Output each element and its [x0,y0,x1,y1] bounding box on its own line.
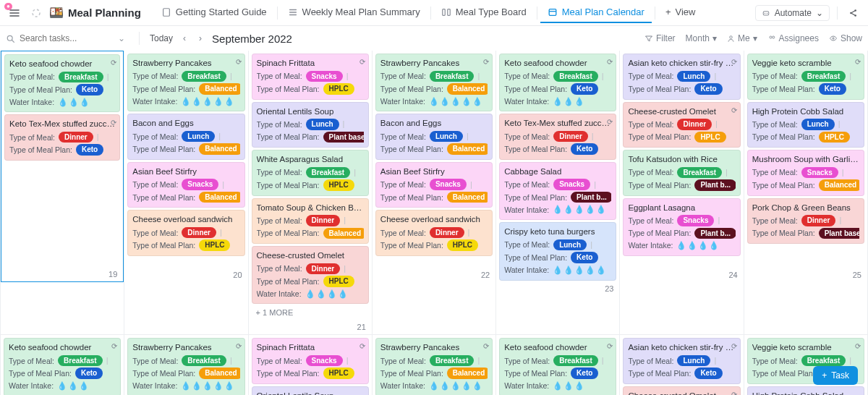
calendar-day-column[interactable]: ⟳Veggie keto scrambleType of Meal:Breakf… [744,335,868,395]
calendar-day-column[interactable]: ⟳Keto seafood chowderType of Meal:Breakf… [496,335,620,395]
meal-card[interactable]: Bacon and EggsType of Meal:Lunch|Type of… [375,114,493,160]
title-emoji-icon: 🍱 [49,6,64,20]
meal-card[interactable]: Asian Beef StirfryType of Meal:Snacks|Ty… [375,162,493,208]
label-type-of-meal-plan: Type of Meal Plan: [380,144,443,154]
meal-card[interactable]: Tofu Katsudon with RiceType of Meal:Brea… [623,150,740,196]
meal-card[interactable]: Mushroom Soup with Garlic Bre...Type of … [747,150,864,196]
day-number: 22 [375,269,493,279]
assignees-filter[interactable]: Assignees [767,33,819,43]
calendar-day-column[interactable]: ⟳Asian keto chicken stir-fry with b...Ty… [620,335,744,395]
view-meal-type-board[interactable]: Meal Type Board [434,2,534,23]
meal-card[interactable]: Bacon and EggsType of Meal:Lunch|Type of… [127,114,244,160]
search-input[interactable] [20,33,114,43]
plan-pill: Balanced [199,192,239,203]
meal-card[interactable]: ⟳Spinach FrittataType of Meal:Snacks|Typ… [252,338,369,384]
label-type-of-meal: Type of Meal: [257,71,302,81]
plan-pill: Keto [571,143,598,155]
label-type-of-meal-plan: Type of Meal Plan: [628,368,691,378]
meal-card[interactable]: ⟳Keto seafood chowderType of Meal:Breakf… [499,338,616,395]
meal-card[interactable]: ⟳Strawberry PancakesType of Meal:Breakfa… [127,54,244,111]
meal-pill: Breakfast [58,355,103,367]
card-title: Strawberry Pancakes [380,342,488,354]
meal-card[interactable]: ⟳Spinach FrittataType of Meal:Snacks|Typ… [252,54,369,100]
prev-button[interactable]: ‹ [180,32,189,45]
chevron-down-icon[interactable]: ⌄ [118,33,125,43]
meal-card[interactable]: ⟳Strawberry PancakesType of Meal:Breakfa… [375,54,493,111]
calendar-day-column[interactable]: ⟳Strawberry PancakesType of Meal:Breakfa… [124,335,248,395]
calendar-day-column[interactable]: ⟳Asian keto chicken stir-fry with bro...… [620,51,744,334]
water-drops: 💧💧💧💧💧 [181,96,235,107]
calendar-day-column[interactable]: ⟳Strawberry PancakesType of Meal:Breakfa… [124,51,248,334]
plan-pill: Balanced [199,368,239,379]
menu-button[interactable]: ● [6,4,23,22]
automate-button[interactable]: Automate ⌄ [755,5,830,21]
calendar-day-column[interactable]: ⟳Keto seafood chowderType of Meal:Breakf… [0,51,124,334]
meal-card[interactable]: ⟳Keto Tex-Mex stuffed zucchini boatType … [4,114,120,161]
meal-card[interactable]: ⟳Cheese-crusted OmeletType of Meal:Dinne… [623,386,740,395]
card-title: Tofu Katsudon with Rice [628,154,735,166]
plan-pill: Keto [694,368,722,379]
calendar-day-column[interactable]: ⟳Spinach FrittataType of Meal:Snacks|Typ… [249,335,373,395]
recurring-icon: ⟳ [483,341,489,352]
label-type-of-meal-plan: Type of Meal Plan: [9,368,72,378]
meal-card[interactable]: Pork Chop & Green BeansType of Meal:Dinn… [747,198,864,245]
plan-pill: HPLC [447,239,478,251]
meal-card[interactable]: High Protein Cobb SaladType of Meal:Lunc… [747,386,864,395]
label-type-of-meal: Type of Meal: [380,179,426,190]
label-type-of-meal: Type of Meal: [380,132,426,142]
next-button[interactable]: › [196,32,205,45]
meal-card[interactable]: ⟳Keto seafood chowderType of Meal:Breakf… [4,338,121,395]
new-task-button[interactable]: + Task [813,366,858,385]
meal-card[interactable]: ⟳Keto seafood chowderType of Meal:Breakf… [499,54,616,111]
me-filter[interactable]: Me▾ [727,33,757,43]
svg-point-11 [7,35,12,41]
calendar-day-column[interactable]: ⟳Veggie keto scrambleType of Meal:Breakf… [744,51,868,334]
calendar-day-column[interactable]: ⟳Keto seafood chowderType of Meal:Breakf… [0,335,124,395]
card-title: Keto seafood chowder [504,342,611,354]
meal-card[interactable]: White Asparagus SaladType of Meal:Breakf… [252,150,369,196]
filter-button[interactable]: Filter [644,33,676,43]
meal-card[interactable]: Cheese overload sandwichType of Meal:Din… [127,210,244,256]
meal-card[interactable]: Cabbage SaladType of Meal:Snacks|Type of… [499,162,616,220]
meal-card[interactable]: ⟳Keto seafood chowderType of Meal:Breakf… [4,54,120,112]
calendar-day-column[interactable]: ⟳Strawberry PancakesType of Meal:Breakfa… [373,335,496,395]
meal-card[interactable]: Cheese-crusted OmeletType of Meal:Dinner… [252,246,369,304]
meal-card[interactable]: ⟳Asian keto chicken stir-fry with bro...… [623,54,740,100]
more-link[interactable]: + 1 MORE [252,306,369,319]
calendar-day-column[interactable]: ⟳Spinach FrittataType of Meal:Snacks|Typ… [249,51,373,334]
meal-card[interactable]: ⟳Keto Tex-Mex stuffed zucchini b...Type … [499,114,616,160]
meal-card[interactable]: Tomato Soup & Chicken BarbecueType of Me… [252,198,369,245]
view-meal-plan-calendar[interactable]: Meal Plan Calendar [540,2,652,23]
meal-pill: Dinner [677,119,712,130]
calendar-day-column[interactable]: ⟳Strawberry PancakesType of Meal:Breakfa… [373,51,496,334]
meal-card[interactable]: Cheese overload sandwichType of Meal:Din… [375,210,493,256]
card-title: Cheese overload sandwich [380,214,488,226]
calendar-day-column[interactable]: ⟳Keto seafood chowderType of Meal:Breakf… [496,51,620,334]
recurring-icon: ⟳ [236,341,242,352]
label-type-of-meal: Type of Meal: [628,119,673,129]
add-view[interactable]: + View [658,2,703,23]
plan-pill: HPLC [199,239,230,251]
search-box[interactable]: ⌄ [6,33,129,43]
meal-card[interactable]: ⟳Cheese-crusted OmeletType of Meal:Dinne… [623,102,740,148]
label-water-intake: Water Intake: [9,97,54,107]
share-button[interactable] [845,4,862,22]
view-getting-started[interactable]: Getting Started Guide [154,2,274,23]
meal-card[interactable]: Oriental Lentils SoupType of Meal:Lunch|… [252,102,369,148]
view-weekly-summary[interactable]: Weekly Meal Plan Summary [281,2,427,23]
meal-card[interactable]: ⟳Strawberry PancakesType of Meal:Breakfa… [127,338,244,395]
month-dropdown[interactable]: Month▾ [686,33,717,43]
meal-card[interactable]: High Protein Cobb SaladType of Meal:Lunc… [747,102,864,148]
meal-card[interactable]: Asian Beef StirfryType of Meal:Snacks|Ty… [127,162,244,208]
meal-card[interactable]: ⟳Veggie keto scrambleType of Meal:Breakf… [747,54,864,100]
meal-card[interactable]: Oriental Lentils SoupType of Meal:Lunch|… [252,386,369,395]
meal-card[interactable]: Crispy keto tuna burgersType of Meal:Lun… [499,222,616,280]
meal-card[interactable]: ⟳Strawberry PancakesType of Meal:Breakfa… [375,338,493,395]
recurring-icon: ⟳ [236,57,242,67]
meal-card[interactable]: Eggplant LasagnaType of Meal:Snacks|Type… [623,198,740,256]
today-button[interactable]: Today [150,33,173,43]
show-button[interactable]: Show [829,33,862,43]
label-type-of-meal: Type of Meal: [257,216,302,226]
page-title: 🍱 Meal Planning [49,6,141,20]
meal-card[interactable]: ⟳Asian keto chicken stir-fry with b...Ty… [623,338,740,384]
